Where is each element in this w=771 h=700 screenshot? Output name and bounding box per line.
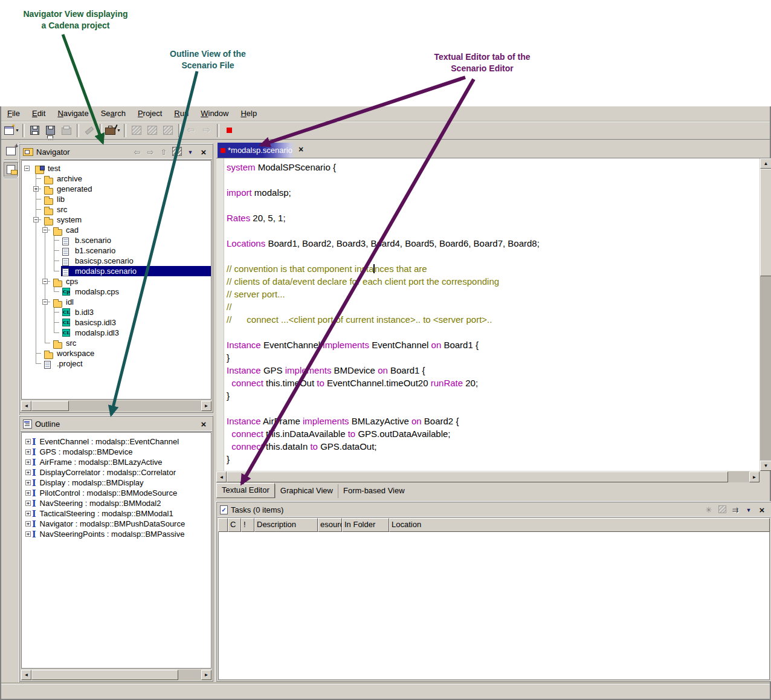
external-tools-button[interactable]: [82, 123, 97, 138]
expand-icon[interactable]: +: [25, 470, 31, 475]
back-button[interactable]: ⇦: [184, 123, 198, 138]
tasks-column-location[interactable]: Location: [389, 518, 770, 532]
record-indicator[interactable]: [222, 123, 237, 138]
run-tool-button[interactable]: ▼: [105, 123, 121, 138]
tree-item-b1-scenario[interactable]: b1.scenario: [22, 245, 211, 256]
tree-item-src[interactable]: src: [22, 338, 211, 348]
collapse-icon[interactable]: −: [42, 299, 48, 305]
expand-icon[interactable]: +: [33, 186, 39, 192]
scroll-thumb[interactable]: [760, 169, 771, 276]
view-tab-graphical-view[interactable]: Graphical View: [275, 484, 338, 498]
menu-search[interactable]: Search: [95, 106, 132, 120]
outline-item-Display[interactable]: +IDisplay : modalsp::BMDisplay: [22, 478, 211, 488]
tree-item-b-scenario[interactable]: b.scenario: [22, 235, 211, 245]
outline-item-Navigator[interactable]: +INavigator : modalsp::BMPushDataSource: [22, 519, 211, 529]
tree-item-cad[interactable]: −cad: [22, 225, 211, 235]
dropdown-icon[interactable]: ▼: [15, 128, 19, 132]
scroll-thumb[interactable]: [227, 472, 728, 482]
filter-tasks-icon[interactable]: ⇉: [729, 506, 741, 514]
view-tab-textual-editor[interactable]: Textual Editor: [216, 483, 275, 498]
editor-tab-modalsp-scenario[interactable]: *modalsp.scenario: [218, 143, 295, 158]
collapse-icon[interactable]: −: [33, 217, 39, 222]
expand-icon[interactable]: +: [25, 501, 31, 506]
forward-button[interactable]: ⇨: [199, 123, 214, 138]
scroll-left-icon[interactable]: ◄: [216, 472, 227, 482]
scroll-thumb[interactable]: [31, 670, 178, 680]
tasks-column--[interactable]: !: [241, 518, 254, 532]
expand-icon[interactable]: +: [25, 490, 31, 496]
menu-project[interactable]: Project: [132, 106, 168, 120]
outline-item-NavSteeringPoints[interactable]: +INavSteeringPoints : modalsp::BMPassive: [22, 529, 211, 539]
tree-item-modalsp-idl3[interactable]: CLmodalsp.idl3: [22, 328, 211, 338]
tree-item-archive[interactable]: archive: [22, 173, 211, 184]
tree-item--project[interactable]: .project: [22, 358, 211, 369]
tasks-column-esourc[interactable]: esourc: [318, 518, 342, 532]
forward-icon[interactable]: ⇨: [144, 148, 156, 156]
task-3-button[interactable]: [161, 123, 175, 138]
tree-item-lib[interactable]: lib: [22, 194, 211, 204]
collapse-icon[interactable]: −: [24, 166, 30, 171]
editor-vscrollbar[interactable]: ▲ ▼: [760, 158, 771, 471]
collapse-icon[interactable]: −: [42, 279, 48, 284]
tasks-table-body[interactable]: [218, 532, 770, 680]
outline-hscrollbar[interactable]: ◄ ►: [21, 670, 211, 680]
tree-item-src[interactable]: src: [22, 204, 211, 215]
dropdown-icon[interactable]: ▼: [117, 128, 121, 132]
tree-item-workspace[interactable]: workspace: [22, 348, 211, 358]
up-icon[interactable]: ⇧: [158, 148, 170, 156]
menu-run[interactable]: Run: [168, 106, 195, 120]
tree-item-basicsp-idl3[interactable]: CLbasicsp.idl3: [22, 317, 211, 328]
tasks-column-marker[interactable]: [218, 518, 228, 532]
task-1-button[interactable]: [129, 123, 144, 138]
tasks-column-description[interactable]: Description: [254, 518, 318, 532]
scroll-right-icon[interactable]: ►: [749, 472, 760, 482]
new-wizard-button[interactable]: ▼: [4, 123, 19, 138]
scroll-right-icon[interactable]: ►: [201, 670, 211, 680]
collapse-icon[interactable]: −: [42, 227, 48, 233]
outline-item-DisplayCorrelator[interactable]: +IDisplayCorrelator : modalsp::Correlato…: [22, 467, 211, 478]
tasks-close-icon[interactable]: ×: [756, 505, 768, 514]
navigator-hscrollbar[interactable]: ◄ ►: [21, 401, 211, 411]
outline-item-PilotControl[interactable]: +IPilotControl : modalsp::BMModeSource: [22, 488, 211, 498]
scroll-right-icon[interactable]: ►: [201, 401, 211, 411]
task-2-button[interactable]: [145, 123, 160, 138]
outline-item-GPS[interactable]: +IGPS : modalsp::BMDevice: [22, 447, 211, 457]
editor-hscrollbar[interactable]: ◄ ►: [216, 472, 760, 482]
tree-item-cps[interactable]: −cps: [22, 276, 211, 287]
tasks-column-in-folder[interactable]: In Folder: [342, 518, 389, 532]
filter-icon[interactable]: [171, 147, 183, 158]
tree-item-modalsp-scenario[interactable]: modalsp.scenario: [22, 266, 211, 276]
outline-item-EventChannel[interactable]: +IEventChannel : modalsp::EventChannel: [22, 436, 211, 447]
new-task-icon[interactable]: ✳: [703, 505, 715, 514]
delete-task-icon[interactable]: [716, 505, 728, 515]
tree-item-system[interactable]: −system: [22, 215, 211, 225]
view-menu-icon[interactable]: ▼: [743, 507, 755, 513]
save-button[interactable]: [28, 123, 42, 138]
scroll-down-icon[interactable]: ▼: [760, 461, 771, 471]
back-icon[interactable]: ⇦: [131, 148, 143, 156]
resource-perspective-button[interactable]: [4, 162, 18, 177]
outline-item-AirFrame[interactable]: +IAirFrame : modalsp::BMLazyActive: [22, 457, 211, 467]
outline-item-TacticalSteering[interactable]: +ITacticalSteering : modalsp::BMModal1: [22, 508, 211, 519]
print-button[interactable]: [59, 123, 74, 138]
tree-item-b-idl3[interactable]: CLb.idl3: [22, 307, 211, 317]
scroll-left-icon[interactable]: ◄: [21, 401, 31, 411]
menu-help[interactable]: Help: [234, 106, 263, 120]
outline-close-icon[interactable]: ×: [198, 420, 210, 429]
scroll-thumb[interactable]: [31, 401, 69, 411]
expand-icon[interactable]: +: [25, 531, 31, 537]
tasks-column-c[interactable]: C: [228, 518, 241, 532]
save-all-button[interactable]: [44, 123, 58, 138]
tree-item-test[interactable]: −test: [22, 163, 211, 173]
view-menu-icon[interactable]: ▼: [184, 149, 196, 155]
expand-icon[interactable]: +: [25, 511, 31, 516]
tree-item-modalsp-cps[interactable]: Cpmodalsp.cps: [22, 287, 211, 297]
view-tab-form-based-view[interactable]: Form-based View: [338, 484, 410, 498]
outline-item-NavSteering[interactable]: +INavSteering : modalsp::BMModal2: [22, 498, 211, 508]
navigator-close-icon[interactable]: ×: [198, 147, 210, 157]
editor-text-area[interactable]: system ModalSPScenario { import modalsp;…: [216, 158, 760, 471]
menu-edit[interactable]: Edit: [26, 106, 51, 120]
scroll-left-icon[interactable]: ◄: [21, 670, 31, 680]
menu-navigate[interactable]: Navigate: [51, 106, 94, 120]
scroll-up-icon[interactable]: ▲: [760, 158, 771, 169]
